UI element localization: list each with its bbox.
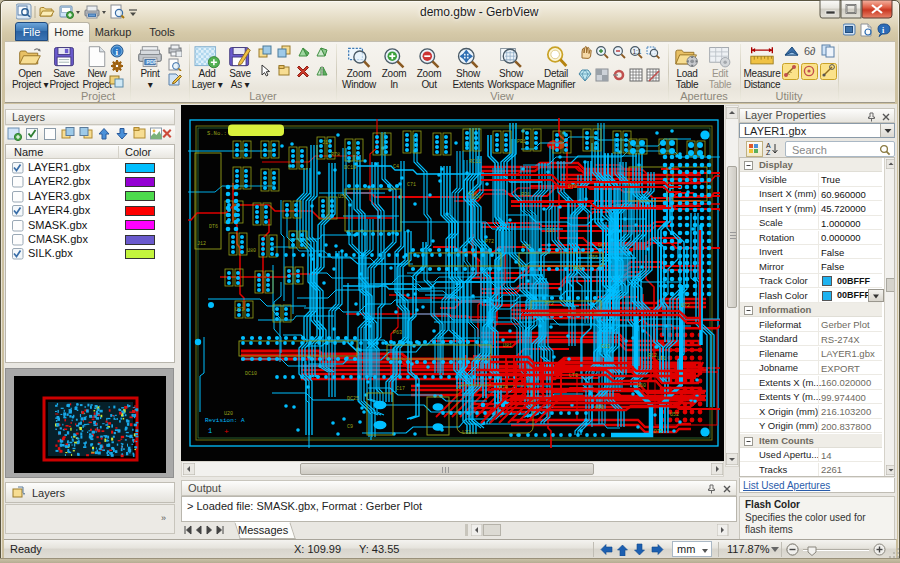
svg-text:RC11: RC11 xyxy=(469,159,481,165)
svg-text:DC10: DC10 xyxy=(245,371,257,377)
svg-text:DT6: DT6 xyxy=(209,224,218,230)
svg-text:C4: C4 xyxy=(393,164,399,170)
svg-text:C9: C9 xyxy=(347,424,353,430)
svg-text:U51: U51 xyxy=(338,194,347,200)
svg-text:P63: P63 xyxy=(393,330,402,336)
svg-text:PB1: PB1 xyxy=(517,139,526,145)
svg-text:∂: ∂ xyxy=(810,45,816,57)
svg-text:1: 1 xyxy=(208,427,212,435)
svg-text:+: + xyxy=(224,427,229,436)
svg-text:DC7: DC7 xyxy=(598,243,607,249)
svg-text:Revision: A: Revision: A xyxy=(205,417,245,424)
svg-text:C71: C71 xyxy=(407,182,416,188)
svg-text:C13: C13 xyxy=(601,344,610,350)
svg-text:R12: R12 xyxy=(648,353,657,359)
svg-text:PT2: PT2 xyxy=(545,301,554,307)
svg-text:J11: J11 xyxy=(322,140,331,146)
svg-text:U52: U52 xyxy=(670,412,679,418)
svg-text:U81: U81 xyxy=(503,343,512,349)
svg-text:LT2: LT2 xyxy=(462,430,471,436)
svg-text:R31: R31 xyxy=(521,192,530,198)
svg-text:1:1: 1:1 xyxy=(632,48,641,55)
svg-text:U53: U53 xyxy=(595,405,604,411)
svg-text:DC19: DC19 xyxy=(344,165,356,171)
svg-text:S.No.:: S.No.: xyxy=(207,130,227,137)
svg-text:C18: C18 xyxy=(468,191,477,197)
svg-text:LT3: LT3 xyxy=(569,373,578,379)
svg-text:C17: C17 xyxy=(396,386,405,392)
svg-text:C15: C15 xyxy=(546,228,555,234)
svg-text:U60: U60 xyxy=(637,383,646,389)
svg-text:P72: P72 xyxy=(485,239,494,245)
svg-text:R78: R78 xyxy=(331,152,340,158)
svg-text:DC25: DC25 xyxy=(347,396,359,402)
svg-text:A: A xyxy=(766,142,771,149)
svg-text:PDF: PDF xyxy=(147,59,157,65)
svg-text:LT1: LT1 xyxy=(657,356,666,362)
svg-text:U73: U73 xyxy=(235,307,244,313)
svg-text:Z: Z xyxy=(766,149,771,156)
svg-text:R71: R71 xyxy=(522,244,531,250)
svg-text:DT9: DT9 xyxy=(568,184,577,190)
svg-text:R43: R43 xyxy=(574,266,583,272)
svg-text:P74: P74 xyxy=(499,385,508,391)
svg-text:DT5: DT5 xyxy=(654,429,663,435)
svg-text:U72: U72 xyxy=(681,303,690,309)
svg-text:R55: R55 xyxy=(589,255,598,261)
svg-text:J12: J12 xyxy=(197,241,206,247)
svg-text:U80: U80 xyxy=(247,248,256,254)
